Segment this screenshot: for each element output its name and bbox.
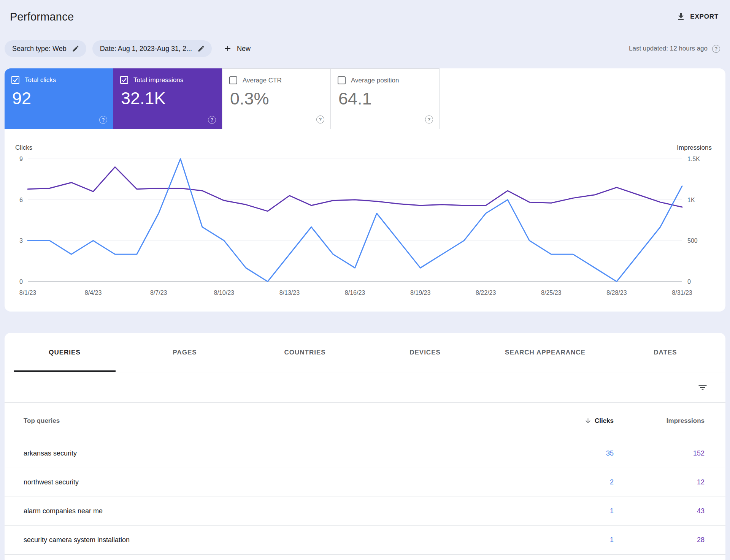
search-console-performance-page: Performance EXPORT Search type: Web Date… <box>0 0 730 560</box>
check-icon <box>121 77 127 83</box>
total-clicks-value: 92 <box>12 89 106 108</box>
table-row[interactable]: security camera system installation 1 28 <box>5 526 725 555</box>
clicks-sort-header[interactable]: Clicks <box>522 417 614 425</box>
tab-devices[interactable]: DEVICES <box>365 333 485 372</box>
impressions-cell: 43 <box>614 507 705 515</box>
edit-pencil-icon <box>197 45 205 52</box>
svg-text:8/28/23: 8/28/23 <box>606 289 627 296</box>
page-title: Performance <box>10 11 74 23</box>
svg-text:8/10/23: 8/10/23 <box>214 289 234 296</box>
tab-dates[interactable]: DATES <box>605 333 725 372</box>
help-icon[interactable]: ? <box>425 115 433 123</box>
arrow-down-icon <box>584 417 592 424</box>
table-row[interactable]: northwest security 2 12 <box>5 468 725 497</box>
svg-text:8/22/23: 8/22/23 <box>476 289 496 296</box>
svg-text:Clicks: Clicks <box>15 144 32 151</box>
tab-countries[interactable]: COUNTRIES <box>245 333 365 372</box>
query-cell: alarm companies near me <box>24 507 522 515</box>
help-icon[interactable]: ? <box>99 116 107 124</box>
plus-icon <box>223 44 232 53</box>
tab-pages[interactable]: PAGES <box>125 333 245 372</box>
impressions-cell: 28 <box>614 536 705 544</box>
tile-label: Average CTR <box>243 77 282 84</box>
table-header-row: Top queries Clicks Impressions <box>5 403 725 439</box>
average-position-tile[interactable]: Average position 64.1 ? <box>331 68 440 129</box>
performance-summary-card: Total clicks 92 ? Total impressions 32.1… <box>5 68 725 312</box>
tile-label: Total clicks <box>25 76 56 84</box>
svg-text:8/1/23: 8/1/23 <box>19 289 36 296</box>
clicks-cell: 1 <box>522 507 614 515</box>
queries-table: Top queries Clicks Impressions arkansas … <box>5 403 725 555</box>
new-filter-label: New <box>237 45 251 53</box>
table-toolbar <box>5 372 725 403</box>
help-icon[interactable]: ? <box>712 45 720 53</box>
check-icon <box>13 77 18 83</box>
filter-list-icon <box>697 382 708 393</box>
top-queries-header: Top queries <box>24 417 522 425</box>
total-impressions-tile[interactable]: Total impressions 32.1K ? <box>113 68 222 129</box>
clicks-impressions-chart[interactable]: 036905001K1.5KClicksImpressions8/1/238/4… <box>5 129 725 312</box>
checkbox-checked-icon[interactable] <box>120 76 128 84</box>
svg-text:9: 9 <box>19 156 23 162</box>
tab-queries[interactable]: QUERIES <box>5 333 125 372</box>
new-filter-button[interactable]: New <box>223 44 251 53</box>
svg-text:8/4/23: 8/4/23 <box>85 289 102 296</box>
dimension-tabs: QUERIES PAGES COUNTRIES DEVICES SEARCH A… <box>5 333 725 372</box>
clicks-cell: 35 <box>522 449 614 457</box>
checkbox-checked-icon[interactable] <box>11 76 19 84</box>
svg-text:3: 3 <box>19 237 23 244</box>
total-impressions-value: 32.1K <box>121 89 215 108</box>
clicks-cell: 2 <box>522 478 614 486</box>
average-position-value: 64.1 <box>338 89 432 109</box>
table-filter-button[interactable] <box>697 382 708 393</box>
date-range-label: Date: Aug 1, 2023-Aug 31, 2... <box>100 45 192 53</box>
svg-text:8/25/23: 8/25/23 <box>541 289 561 296</box>
export-button[interactable]: EXPORT <box>676 12 719 21</box>
svg-text:Impressions: Impressions <box>677 144 712 151</box>
svg-text:8/13/23: 8/13/23 <box>279 289 300 296</box>
impressions-header[interactable]: Impressions <box>614 417 705 425</box>
search-type-label: Search type: Web <box>12 45 67 53</box>
svg-text:1K: 1K <box>687 197 695 203</box>
tab-search-appearance[interactable]: SEARCH APPEARANCE <box>485 333 605 372</box>
help-icon[interactable]: ? <box>316 115 324 123</box>
svg-text:1.5K: 1.5K <box>687 156 700 162</box>
impressions-cell: 12 <box>614 478 705 486</box>
clicks-cell: 1 <box>522 536 614 544</box>
last-updated-text: Last updated: 12 hours ago <box>629 45 708 52</box>
line-chart-svg: 036905001K1.5KClicksImpressions8/1/238/4… <box>5 129 725 312</box>
svg-text:0: 0 <box>19 278 23 285</box>
svg-text:0: 0 <box>687 278 691 285</box>
average-ctr-value: 0.3% <box>230 89 324 109</box>
top-bar: Performance EXPORT <box>0 0 730 27</box>
query-cell: northwest security <box>24 478 522 486</box>
edit-pencil-icon <box>72 45 79 52</box>
checkbox-unchecked-icon[interactable] <box>229 76 237 84</box>
help-icon[interactable]: ? <box>208 116 216 124</box>
table-row[interactable]: arkansas security 35 152 <box>5 439 725 468</box>
svg-text:500: 500 <box>687 237 698 244</box>
svg-text:8/19/23: 8/19/23 <box>410 289 430 296</box>
svg-text:6: 6 <box>19 197 23 203</box>
checkbox-unchecked-icon[interactable] <box>338 76 346 84</box>
dimensions-table-card: QUERIES PAGES COUNTRIES DEVICES SEARCH A… <box>5 333 725 560</box>
svg-text:8/7/23: 8/7/23 <box>150 289 167 296</box>
tile-label: Total impressions <box>133 76 183 84</box>
date-range-chip[interactable]: Date: Aug 1, 2023-Aug 31, 2... <box>92 40 212 57</box>
metric-tiles: Total clicks 92 ? Total impressions 32.1… <box>5 68 725 129</box>
query-cell: security camera system installation <box>24 536 522 544</box>
download-icon <box>676 12 686 21</box>
query-cell: arkansas security <box>24 449 522 457</box>
total-clicks-tile[interactable]: Total clicks 92 ? <box>5 68 113 129</box>
svg-text:8/16/23: 8/16/23 <box>345 289 365 296</box>
average-ctr-tile[interactable]: Average CTR 0.3% ? <box>222 68 331 129</box>
filter-bar: Search type: Web Date: Aug 1, 2023-Aug 3… <box>0 40 730 57</box>
svg-text:8/31/23: 8/31/23 <box>672 289 692 296</box>
search-type-chip[interactable]: Search type: Web <box>5 40 86 57</box>
table-row[interactable]: alarm companies near me 1 43 <box>5 497 725 526</box>
export-label: EXPORT <box>690 13 719 21</box>
clicks-header-label: Clicks <box>595 417 614 425</box>
impressions-cell: 152 <box>614 449 705 457</box>
tile-label: Average position <box>351 77 399 84</box>
